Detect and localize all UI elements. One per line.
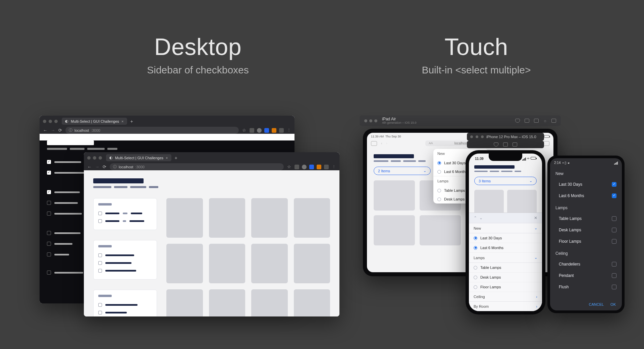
checkbox-icon[interactable] [98,212,102,215]
reload-icon[interactable]: ⟳ [58,128,62,133]
result-card[interactable] [166,198,203,238]
radio-icon[interactable] [437,161,441,165]
radio-icon[interactable] [437,189,441,192]
site-info-icon[interactable]: ⓘ [69,128,72,133]
multiselect-pill[interactable]: 3 Items ⌄ [474,177,537,185]
checkbox-icon[interactable] [47,190,51,194]
checkbox-icon[interactable] [47,160,51,164]
browser-menu-icon[interactable]: ⋮ [332,165,336,169]
checkbox-icon[interactable] [98,219,102,223]
extension-icon[interactable] [279,128,284,133]
result-card[interactable] [209,198,246,238]
back-icon[interactable]: ‹ [381,141,382,145]
android-select-dialog[interactable]: New Last 30 Days Last 6 Months Lamps Tab… [550,167,622,293]
reload-icon[interactable]: ⟳ [103,164,106,169]
radio-icon[interactable] [437,170,441,174]
multiselect-pill[interactable]: 2 Items ⌄ [374,167,431,175]
dialog-option[interactable]: Chandeliers [550,258,622,270]
checkbox-icon[interactable] [612,216,616,221]
checkbox-icon[interactable] [612,239,616,244]
browser-tab[interactable]: ◐ Multi-Select | GUI Challenges × [106,154,171,161]
filter-row[interactable] [98,251,152,259]
sheet-option[interactable]: Desk Lamps [469,273,542,282]
browser-tab[interactable]: ◐ Multi-Select | GUI Challenges × [62,118,127,125]
result-card[interactable] [251,289,288,316]
sheet-option[interactable]: Last 6 Months [469,243,542,253]
sheet-group-header[interactable]: New⌄ [469,223,542,233]
browser-menu-icon[interactable]: ⋮ [287,128,291,132]
sim-screenshot-icon[interactable] [503,142,508,147]
dialog-option[interactable]: Flush [550,281,622,293]
result-card[interactable] [374,215,415,245]
bookmark-icon[interactable]: ☆ [242,128,246,133]
sheet-option[interactable]: Table Lamps [469,263,542,273]
extension-icon[interactable] [317,165,321,169]
checkbox-icon[interactable] [98,261,102,265]
extension-icon[interactable] [257,128,262,133]
sidebar-icon[interactable] [371,141,377,146]
radio-icon[interactable] [474,285,477,289]
result-card[interactable] [251,198,288,238]
close-sheet-icon[interactable]: ✕ [534,216,537,220]
sheet-group-header[interactable]: Ceiling› [469,292,542,302]
aa-button[interactable]: AA [429,141,433,145]
sim-share-icon[interactable] [551,119,556,123]
result-card[interactable] [209,289,246,316]
radio-icon[interactable] [474,246,477,250]
checkbox-icon[interactable] [98,253,102,257]
back-icon[interactable]: ← [87,164,92,169]
bookmark-icon[interactable]: ☆ [287,164,291,169]
extension-icon[interactable] [309,165,314,169]
dialog-option[interactable]: Last 30 Days [550,179,622,190]
result-card[interactable] [209,244,246,283]
sim-screenshot-icon[interactable] [525,119,529,123]
dialog-option[interactable]: Table Lamps [550,213,622,224]
checkbox-icon[interactable] [612,285,616,289]
result-card[interactable] [251,244,288,283]
extension-icon[interactable] [250,128,254,133]
new-tab-button[interactable]: + [130,119,133,124]
dialog-option[interactable]: Pendant [550,270,622,281]
back-icon[interactable]: ← [43,128,47,133]
checkbox-icon[interactable] [612,273,616,278]
extension-icon[interactable] [294,165,299,169]
filter-row[interactable] [98,259,152,267]
checkbox-icon[interactable] [47,212,51,216]
sheet-option[interactable]: Floor Lamps [469,282,542,292]
next-option-icon[interactable]: ⌄ [479,216,483,220]
close-tab-icon[interactable]: × [166,156,168,160]
tabs-icon[interactable] [543,141,549,146]
checkbox-icon[interactable] [612,182,616,187]
checkbox-icon[interactable] [98,311,102,314]
ok-button[interactable]: OK [610,302,616,306]
dialog-option[interactable]: Desk Lamps [550,224,622,236]
result-card[interactable] [374,180,415,211]
sim-share-icon[interactable] [513,142,517,147]
radio-icon[interactable] [474,266,477,270]
new-tab-button[interactable]: + [175,155,177,161]
sim-appearance-icon[interactable]: ☼ [543,119,547,123]
checkbox-icon[interactable] [612,193,616,198]
filter-row[interactable] [98,267,152,275]
address-bar[interactable]: ⓘ localhost:3000 [110,163,284,170]
address-bar[interactable]: ⓘ localhost:3000 [65,127,239,134]
result-card[interactable] [294,198,330,238]
cancel-button[interactable]: CANCEL [589,302,604,306]
extension-icon[interactable] [264,128,269,133]
filter-row[interactable] [98,210,152,217]
prev-option-icon[interactable]: ⌃ [474,216,477,220]
sim-home-icon[interactable] [494,142,498,147]
result-card[interactable] [294,289,330,316]
result-card[interactable] [420,215,461,245]
sim-home-icon[interactable] [515,119,520,123]
iphone-select-sheet[interactable]: ⌃ ⌄ ✕ New⌄ Last 30 Days Last 6 Months La… [469,213,542,311]
close-tab-icon[interactable]: × [121,119,123,123]
checkbox-icon[interactable] [47,231,51,235]
window-controls[interactable] [364,119,377,122]
checkbox-icon[interactable] [47,171,51,175]
filter-row[interactable] [98,309,152,316]
extension-icon[interactable] [272,128,276,133]
filter-row[interactable] [98,217,152,225]
checkbox-icon[interactable] [98,303,102,307]
checkbox-icon[interactable] [612,262,616,267]
